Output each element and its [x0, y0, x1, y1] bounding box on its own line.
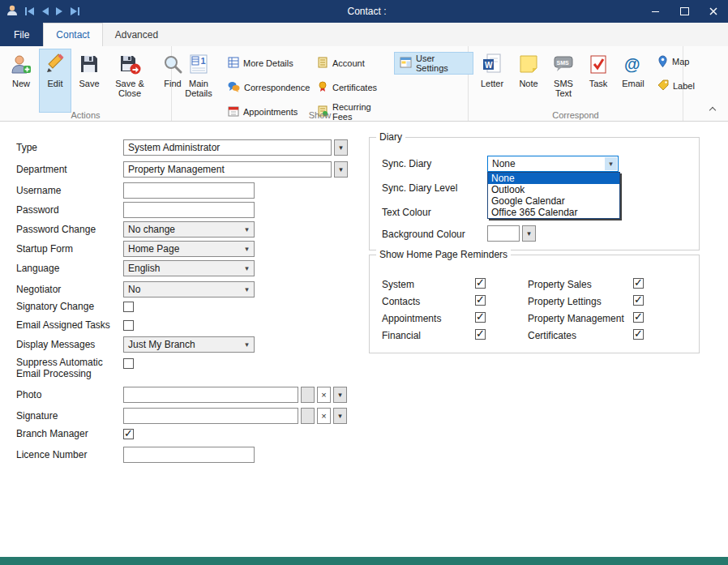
reminders-group-label: Show Home Page Reminders	[376, 249, 511, 260]
language-label: Language	[16, 263, 123, 274]
sms-text-label: SMS Text	[550, 79, 577, 98]
new-button[interactable]: New	[5, 49, 37, 113]
collapse-ribbon-chevron-icon[interactable]	[709, 105, 717, 113]
diary-group-label: Diary	[376, 131, 405, 143]
ribbon-group-actions: New Edit Save Save & Close	[0, 46, 172, 121]
suppress-automatic-email-processing-checkbox[interactable]	[123, 358, 134, 369]
branch-manager-label: Branch Manager	[16, 428, 123, 439]
sync-diary-level-label: Sync. Diary Level	[382, 182, 457, 194]
chevron-down-icon: ▾	[338, 391, 342, 399]
correspondence-button[interactable]: Correspondence	[222, 76, 310, 99]
negotiator-value: No	[128, 284, 140, 295]
photo-label: Photo	[16, 389, 123, 400]
email-label: Email	[622, 79, 644, 88]
email-assigned-tasks-checkbox[interactable]	[123, 320, 134, 331]
password-change-select[interactable]: No change ▾	[123, 221, 255, 238]
nav-last-icon[interactable]	[70, 6, 80, 16]
save-close-button[interactable]: Save & Close	[107, 49, 152, 113]
background-colour-input[interactable]	[487, 225, 520, 242]
chevron-down-icon: ▾	[527, 229, 531, 238]
username-input[interactable]	[123, 182, 255, 199]
department-label: Department	[16, 164, 123, 175]
email-button[interactable]: @ Email	[616, 49, 650, 113]
photo-browse-button[interactable]	[301, 387, 315, 403]
dropdown-option-google-calendar[interactable]: Google Calendar	[488, 195, 619, 207]
more-details-icon	[228, 57, 239, 70]
contacts-reminder-checkbox[interactable]	[475, 295, 486, 306]
ribbon-group-correspond: W Letter Note SMS SMS Text Task	[469, 46, 683, 121]
property-management-reminder-checkbox[interactable]	[633, 312, 644, 323]
map-pin-icon	[657, 55, 668, 69]
language-select[interactable]: English ▾	[123, 260, 255, 276]
type-dropdown-button[interactable]: ▾	[334, 139, 348, 156]
minimize-button[interactable]	[640, 0, 670, 23]
department-select[interactable]: Property Management	[123, 161, 332, 178]
certificates-reminder-checkbox[interactable]	[633, 329, 644, 340]
account-button[interactable]: Account	[311, 52, 392, 75]
negotiator-select[interactable]: No ▾	[123, 281, 255, 297]
tab-advanced[interactable]: Advanced	[103, 23, 170, 46]
dropdown-option-office-365-calendar[interactable]: Office 365 Calendar	[488, 207, 619, 218]
svg-text:W: W	[485, 61, 493, 70]
sms-text-button[interactable]: SMS SMS Text	[546, 49, 580, 113]
branch-manager-checkbox[interactable]	[123, 429, 134, 439]
language-value: English	[128, 263, 160, 274]
more-details-button[interactable]: More Details	[222, 52, 310, 75]
email-assigned-tasks-label: Email Assigned Tasks	[16, 319, 123, 331]
system-reminder-checkbox[interactable]	[475, 278, 486, 289]
signature-browse-button[interactable]	[301, 408, 315, 424]
department-dropdown-button[interactable]: ▾	[334, 161, 348, 178]
edit-button[interactable]: Edit	[39, 49, 71, 113]
photo-clear-button[interactable]: ×	[317, 387, 331, 403]
main-details-button-label: Main Details	[180, 79, 217, 98]
tab-contact[interactable]: Contact	[43, 23, 102, 47]
property-sales-reminder-checkbox[interactable]	[633, 278, 644, 289]
licence-number-input[interactable]	[123, 447, 255, 463]
signatory-change-checkbox[interactable]	[123, 302, 134, 312]
dropdown-option-none[interactable]: None	[488, 173, 619, 184]
diary-groupbox: Diary Sync. Diary None ▾ Sync. Diary Lev…	[369, 137, 700, 250]
edit-pencil-icon	[45, 52, 66, 76]
main-details-button[interactable]: 1 Main Details	[177, 49, 221, 113]
close-icon	[709, 7, 717, 15]
signature-clear-button[interactable]: ×	[317, 408, 331, 424]
photo-input[interactable]	[123, 387, 298, 403]
task-button[interactable]: Task	[582, 49, 615, 113]
signature-dropdown-button[interactable]: ▾	[333, 408, 347, 424]
label-tag-icon	[657, 79, 669, 92]
username-label: Username	[16, 185, 123, 196]
nav-previous-icon[interactable]	[41, 6, 49, 16]
signature-label: Signature	[16, 410, 123, 422]
save-button[interactable]: Save	[73, 49, 105, 113]
certificates-button[interactable]: Certificates	[311, 76, 392, 99]
letter-button[interactable]: W Letter	[473, 49, 511, 113]
appointments-reminder-checkbox[interactable]	[475, 312, 486, 323]
background-colour-dropdown-button[interactable]: ▾	[522, 225, 536, 242]
status-bar	[0, 557, 728, 565]
save-close-icon	[119, 52, 141, 76]
chevron-down-icon: ▾	[241, 242, 253, 255]
nav-next-icon[interactable]	[55, 6, 64, 16]
certificates-label: Certificates	[332, 83, 377, 92]
svg-text:SMS: SMS	[557, 60, 570, 66]
financial-reminder-checkbox[interactable]	[475, 329, 486, 340]
system-reminder-label: System	[382, 279, 414, 290]
user-settings-button[interactable]: User Settings	[394, 52, 473, 75]
actions-group-label: Actions	[0, 110, 171, 120]
edit-button-label: Edit	[48, 79, 63, 88]
tab-file[interactable]: File	[0, 23, 43, 46]
nav-first-icon[interactable]	[24, 6, 35, 16]
maximize-button[interactable]	[670, 0, 699, 23]
photo-dropdown-button[interactable]: ▾	[333, 387, 347, 403]
dropdown-option-outlook[interactable]: Outlook	[488, 184, 619, 195]
startup-form-select[interactable]: Home Page ▾	[123, 241, 255, 257]
type-select[interactable]: System Administrator	[123, 139, 332, 156]
sync-diary-select[interactable]: None ▾	[487, 156, 619, 172]
close-button[interactable]	[699, 0, 728, 23]
user-settings-icon	[400, 57, 412, 70]
password-input[interactable]	[123, 202, 255, 218]
display-messages-select[interactable]: Just My Branch ▾	[123, 336, 255, 353]
note-button[interactable]: Note	[512, 49, 545, 113]
signature-input[interactable]	[123, 408, 298, 424]
property-lettings-reminder-checkbox[interactable]	[633, 295, 644, 306]
